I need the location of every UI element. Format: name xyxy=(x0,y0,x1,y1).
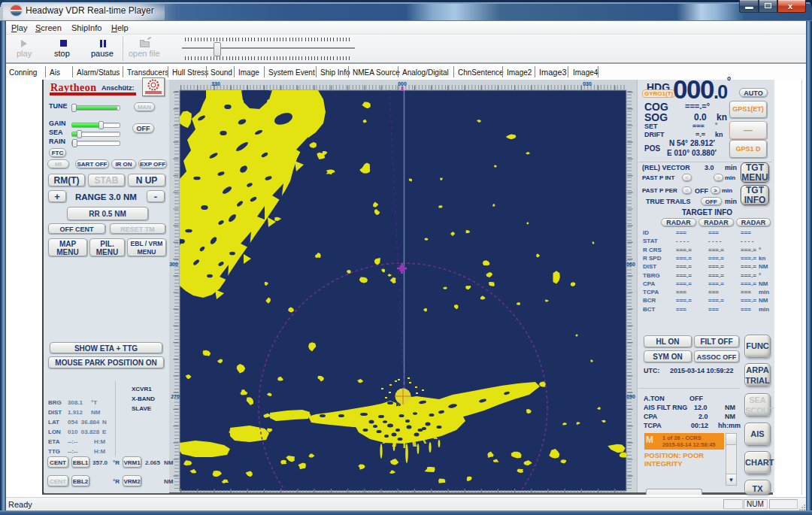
svg-text:330: 330 xyxy=(211,81,220,86)
svg-text:060: 060 xyxy=(626,262,635,267)
svg-text:030: 030 xyxy=(583,81,592,86)
svg-text:000: 000 xyxy=(398,81,407,86)
svg-text:300: 300 xyxy=(169,262,178,267)
svg-text:270: 270 xyxy=(171,394,180,399)
svg-text:090: 090 xyxy=(626,394,635,399)
